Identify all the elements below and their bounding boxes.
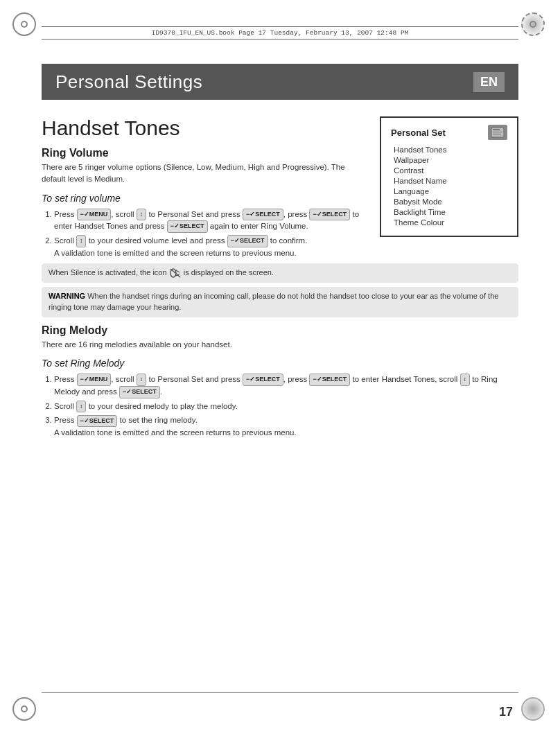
menu-item: Handset Tones	[391, 144, 507, 155]
menu-item: Backlight Time	[391, 207, 507, 217]
language-badge: EN	[473, 72, 505, 92]
header-band: Personal Settings EN	[42, 64, 518, 100]
menu-item: Theme Colour	[391, 217, 507, 227]
ring-melody-subtitle: Ring Melody	[42, 324, 518, 337]
scroll-icon: ↕	[137, 209, 147, 221]
page-number: 17	[499, 705, 513, 719]
warning-box: WARNING When the handset rings during an…	[42, 287, 518, 317]
menu-item: Wallpaper	[391, 155, 507, 165]
select-button-1: −✓SELECT	[243, 209, 283, 221]
menu-icon	[488, 125, 507, 140]
svg-line-5	[176, 270, 180, 272]
svg-rect-1	[493, 129, 500, 130]
scroll-icon-3: ↕	[137, 374, 147, 386]
main-content: Personal Set Handset Tones Wallpaper Con…	[42, 111, 518, 443]
corner-mark-br	[521, 697, 548, 724]
page-title: Personal Settings	[55, 71, 202, 93]
silence-note: When Silence is activated, the icon is d…	[42, 263, 518, 283]
corner-mark-tr	[521, 12, 548, 39]
corner-mark-bl	[12, 697, 39, 724]
menu-box-title: Personal Set	[391, 128, 446, 138]
silence-icon	[169, 268, 182, 279]
corner-mark-tl	[12, 12, 39, 39]
menu-box: Personal Set Handset Tones Wallpaper Con…	[380, 116, 518, 237]
melody-step-2: Scroll ↕ to your desired melody to play …	[54, 401, 518, 413]
bottom-line	[42, 692, 518, 693]
select-button-2: −✓SELECT	[309, 209, 350, 221]
menu-button-2: −✓MENU	[77, 374, 112, 386]
select-button-8: −✓SELECT	[77, 415, 118, 428]
select-button-6: −✓SELECT	[309, 374, 350, 386]
melody-step-3: Press −✓SELECT to set the ring melody. A…	[54, 414, 518, 439]
warning-label: WARNING	[49, 292, 85, 300]
ring-melody-steps: Press −✓MENU, scroll ↕ to Personal Set a…	[54, 374, 518, 439]
menu-button: −✓MENU	[77, 209, 112, 221]
warning-text: When the handset rings during an incomin…	[49, 292, 498, 311]
select-button-5: −✓SELECT	[243, 374, 283, 386]
scroll-icon-5: ↕	[76, 401, 87, 413]
file-info-bar: ID9370_IFU_EN_US.book Page 17 Tuesday, F…	[42, 26, 518, 40]
step-2: Scroll ↕ to your desired volume level an…	[54, 235, 518, 259]
scroll-icon-4: ↕	[460, 374, 471, 386]
svg-rect-3	[493, 134, 501, 134]
menu-item: Contrast	[391, 165, 507, 175]
select-button-3: −✓SELECT	[167, 220, 208, 233]
select-button-7: −✓SELECT	[119, 386, 160, 398]
ring-melody-description: There are 16 ring melodies available on …	[42, 339, 518, 351]
menu-box-header: Personal Set	[391, 125, 507, 140]
to-set-ring-melody-title: To set Ring Melody	[42, 356, 518, 371]
menu-item: Babysit Mode	[391, 196, 507, 207]
melody-step-1: Press −✓MENU, scroll ↕ to Personal Set a…	[54, 374, 518, 398]
menu-items-list: Handset Tones Wallpaper Contrast Handset…	[391, 144, 507, 227]
menu-item: Handset Name	[391, 175, 507, 186]
svg-rect-2	[493, 132, 502, 132]
scroll-icon-2: ↕	[76, 235, 87, 247]
select-button-4: −✓SELECT	[227, 235, 268, 247]
menu-item: Language	[391, 186, 507, 196]
